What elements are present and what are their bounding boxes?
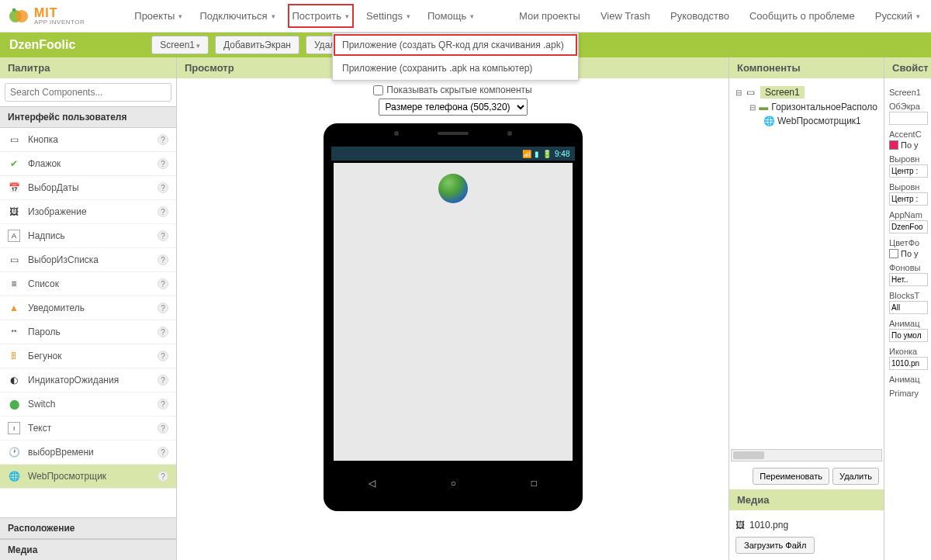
dropdown-save[interactable]: Приложение (сохранить .apk на компьютер) [333, 57, 578, 80]
prop-bgimage-input[interactable] [889, 273, 928, 286]
palette-spinner[interactable]: ◐ИндикаторОжидания? [0, 368, 176, 392]
tree-webviewer[interactable]: 🌐 WebПросмотрщик1 [735, 114, 877, 128]
logo-sub: APP INVENTOR [34, 19, 85, 26]
delete-button[interactable]: Удалить [832, 468, 879, 485]
signal-icon: ▮ [535, 150, 539, 158]
prop-bgimage: Фоновы [889, 263, 926, 272]
wifi-icon: 📶 [522, 150, 531, 158]
rename-button[interactable]: Переименовать [753, 468, 829, 485]
prop-bgcolor: ЦветФо [889, 238, 926, 247]
size-select[interactable]: Размере телефона (505,320) [379, 99, 528, 116]
nav-myprojects[interactable]: Мои проекты [516, 5, 583, 26]
hidden-checkbox-label[interactable]: Показывать скрытые компоненты [373, 85, 531, 95]
horizontal-scrollbar[interactable] [731, 449, 882, 461]
android-nav: ◁ ○ □ [331, 468, 575, 499]
prop-alignh-input[interactable] [889, 164, 928, 178]
prop-about-input[interactable] [889, 112, 928, 125]
prop-alignh: Выровн [889, 154, 926, 164]
logo-mit: MIT [34, 7, 85, 19]
svg-point-1 [16, 10, 28, 22]
nav-projects[interactable]: Проекты [131, 5, 185, 26]
palette-checkbox[interactable]: ✔Флажок? [0, 152, 176, 176]
help-icon[interactable]: ? [157, 447, 168, 458]
screen-selector[interactable]: Screen1 [151, 36, 209, 54]
help-icon[interactable]: ? [157, 230, 168, 241]
palette-label[interactable]: AНадпись? [0, 224, 176, 248]
status-bar: 📶 ▮ 🔋 9:48 [331, 147, 575, 161]
color-swatch[interactable] [889, 140, 898, 150]
help-icon[interactable]: ? [157, 182, 168, 193]
app-canvas[interactable] [331, 161, 575, 463]
help-icon[interactable]: ? [157, 158, 168, 169]
palette-webviewer[interactable]: 🌐WebПросмотрщик? [0, 465, 176, 489]
tree-screen1[interactable]: ⊟ ▭ Screen1 [735, 85, 877, 100]
prop-appname-input[interactable] [889, 220, 928, 233]
media-header: Медиа [729, 489, 884, 510]
tree-horizontal[interactable]: ⊟ ▬ ГоризонтальноеРасполо [735, 100, 877, 114]
palette-listpicker[interactable]: ▭ВыборИзСписка? [0, 248, 176, 272]
search-input[interactable] [5, 83, 171, 102]
build-dropdown: Приложение (создать QR-код для скачивани… [332, 33, 579, 81]
collapse-icon[interactable]: ⊟ [735, 88, 743, 97]
prop-animopen: Анимац [889, 375, 926, 384]
help-icon[interactable]: ? [157, 423, 168, 434]
palette-listview[interactable]: ≡Список? [0, 272, 176, 296]
palette-timepicker[interactable]: 🕐выборВремени? [0, 441, 176, 465]
help-icon[interactable]: ? [157, 351, 168, 361]
collapse-icon[interactable]: ⊟ [749, 103, 756, 112]
palette-password[interactable]: **Пароль? [0, 320, 176, 344]
palette-datepicker[interactable]: 📅ВыборДаты? [0, 176, 176, 200]
nav-guide[interactable]: Руководство [667, 5, 732, 26]
prop-accent: AccentC [889, 130, 926, 139]
palette-cat-media[interactable]: Медиа [0, 539, 176, 560]
logo[interactable]: MIT APP INVENTOR [8, 5, 85, 27]
prop-appname: AppNam [889, 210, 926, 220]
help-icon[interactable]: ? [157, 206, 168, 217]
props-target: Screen1 [889, 88, 926, 97]
components-header: Компоненты [729, 57, 884, 78]
color-swatch[interactable] [889, 249, 898, 258]
prop-icon-input[interactable] [889, 357, 928, 370]
image-icon: 🖼 [735, 520, 745, 531]
palette-cat-layout[interactable]: Расположение [0, 517, 176, 539]
props-header: Свойст [884, 57, 931, 78]
help-icon[interactable]: ? [157, 278, 168, 289]
nav-help[interactable]: Помощь [424, 5, 477, 26]
palette-notifier[interactable]: ▲Уведомитель? [0, 296, 176, 320]
palette-header: Палитра [0, 57, 176, 78]
palette-image[interactable]: 🖼Изображение? [0, 200, 176, 224]
help-icon[interactable]: ? [157, 327, 168, 337]
prop-alignv: Выровн [889, 182, 926, 192]
help-icon[interactable]: ? [157, 134, 168, 145]
palette-switch[interactable]: ⬤Switch? [0, 392, 176, 417]
palette-button[interactable]: ▭Кнопка? [0, 128, 176, 152]
clock: 9:48 [555, 150, 569, 158]
help-icon[interactable]: ? [157, 375, 168, 385]
nav-connect[interactable]: Подключиться [196, 5, 278, 26]
nav-lang[interactable]: Русский [872, 5, 923, 26]
nav-trash[interactable]: View Trash [597, 5, 653, 26]
home-icon: ○ [451, 478, 456, 489]
battery-icon: 🔋 [542, 150, 552, 158]
media-file[interactable]: 🖼 1010.png [735, 517, 877, 534]
prop-animclose-input[interactable] [889, 329, 928, 342]
palette-cat-ui[interactable]: Интерфейс пользователя [0, 106, 176, 128]
help-icon[interactable]: ? [157, 254, 168, 265]
add-screen-button[interactable]: ДобавитьЭкран [215, 36, 299, 54]
hidden-checkbox[interactable] [373, 85, 383, 95]
nav-report[interactable]: Сообщить о проблеме [746, 5, 858, 26]
upload-button[interactable]: Загрузить Файл [735, 537, 815, 554]
palette-slider[interactable]: 🎚Бегунок? [0, 344, 176, 368]
prop-alignv-input[interactable] [889, 192, 928, 206]
dropdown-qr[interactable]: Приложение (создать QR-код для скачивани… [333, 33, 578, 57]
prop-animclose: Анимац [889, 319, 926, 328]
help-icon[interactable]: ? [157, 399, 168, 410]
prop-icon: Иконка [889, 347, 926, 356]
help-icon[interactable]: ? [157, 471, 168, 482]
help-icon[interactable]: ? [157, 302, 168, 313]
project-name: DzenFoolic [9, 38, 75, 52]
palette-textbox[interactable]: IТекст? [0, 417, 176, 441]
nav-settings[interactable]: Settings [363, 5, 414, 26]
nav-build[interactable]: Построить [289, 5, 352, 26]
prop-blocks-input[interactable] [889, 301, 928, 314]
